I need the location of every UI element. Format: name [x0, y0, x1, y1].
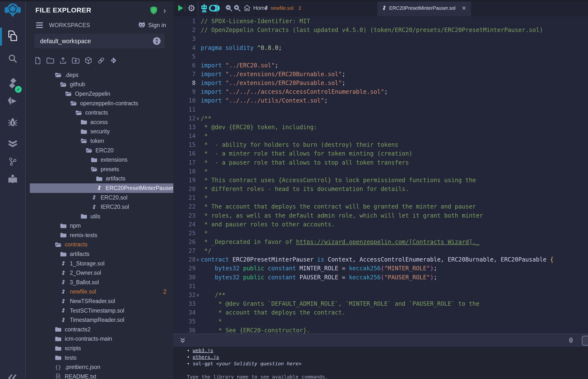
code-line-33[interactable]: 33 * @dev Grants `DEFAULT_ADMIN_ROLE`, `… [173, 300, 588, 308]
tree-item-timestampreader-sol[interactable]: TimestampReader.sol [26, 315, 173, 325]
tree-item-utils[interactable]: utils [26, 212, 173, 221]
close-tab-icon[interactable]: × [462, 6, 466, 11]
tree-item-presets[interactable]: presets [26, 165, 173, 174]
code-line-9[interactable]: 9import "../../../access/AccessControlEn… [173, 87, 588, 96]
code-line-32[interactable]: 32∨ /** [173, 291, 588, 300]
code-line-29[interactable]: 29 bytes32 public constant MINTER_ROLE =… [173, 264, 588, 273]
tree-item-contracts[interactable]: contracts [26, 240, 173, 250]
rail-item-file-explorer[interactable] [0, 30, 25, 44]
tree-item-artifacts[interactable]: artifacts [26, 174, 173, 184]
tree-item-newfile-sol[interactable]: newfile.sol2 [26, 287, 173, 297]
tree-item-icm-contracts-main[interactable]: icm-contracts-main [26, 334, 173, 344]
tree-item-security[interactable]: security [26, 127, 173, 137]
workspaces-menu-icon[interactable] [36, 22, 44, 28]
tree-item-contracts[interactable]: contracts [26, 108, 173, 117]
code-line-20[interactable]: 20 * different roles - head to its docum… [173, 185, 588, 193]
code-line-36[interactable]: 36 * See {ERC20-constructor}. [173, 326, 588, 333]
tree-item-1-storage-sol[interactable]: 1_Storage.sol [26, 259, 173, 268]
tree-item-deps[interactable]: .deps [26, 70, 173, 80]
code-line-22[interactable]: 22 * The account that deploys the contra… [173, 202, 588, 211]
tree-item-contracts2[interactable]: contracts2 [26, 325, 173, 334]
tree-item-erc20[interactable]: ERC20 [26, 146, 173, 155]
tab-erc20-preset-minter-pauser-sol[interactable]: ERC20PresetMinterPauser.sol × [377, 0, 471, 16]
tree-item-scripts[interactable]: scripts [26, 344, 173, 353]
code-line-27[interactable]: 27 */ [173, 246, 588, 255]
code-line-17[interactable]: 17 * - a pauser role that allows to stop… [173, 158, 588, 167]
fold-chevron-icon[interactable]: ∨ [196, 116, 201, 121]
tree-item-erc20presetminterpauser[interactable]: ERC20PresetMinterPauser... [30, 183, 173, 193]
code-line-12[interactable]: 12∨/** [173, 114, 588, 123]
code-line-16[interactable]: 16 * - a minter role that allows for tok… [173, 149, 588, 158]
zoom-out-button[interactable] [225, 0, 232, 16]
tree-item-testsctimestamp-sol[interactable]: TestSCTimestamp.sol [26, 306, 173, 316]
workspace-select[interactable]: default_workspace [34, 34, 165, 48]
tree-item-erc20-sol[interactable]: ERC20.sol [26, 193, 173, 203]
upload-folder-icon[interactable] [72, 57, 80, 64]
rail-item-git[interactable] [0, 155, 25, 169]
tree-item-extensions[interactable]: extensions [26, 155, 173, 165]
collapse-terminal-icon[interactable] [180, 337, 186, 343]
tree-item-3-ballot-sol[interactable]: 3_Ballot.sol [26, 278, 173, 287]
code-line-4[interactable]: 4pragma solidity ^0.8.0; [173, 43, 588, 52]
tree-item-tests[interactable]: tests [26, 353, 173, 363]
remix-logo-icon[interactable] [0, 2, 25, 19]
tree-item-openzeppelin-contracts[interactable]: openzeppelin-contracts [26, 99, 173, 108]
code-line-11[interactable]: 11 [173, 105, 588, 114]
link-external-icon[interactable] [97, 57, 105, 64]
code-line-21[interactable]: 21 * [173, 193, 588, 202]
clone-git-icon[interactable] [110, 57, 117, 64]
code-line-19[interactable]: 19 * This contract uses {AccessControl} … [173, 176, 588, 185]
terminal-link[interactable]: web3.js [193, 347, 213, 353]
fold-chevron-icon[interactable]: ∨ [196, 257, 201, 262]
code-line-13[interactable]: 13 * @dev {ERC20} token, including: [173, 123, 588, 132]
code-line-7[interactable]: 7import "../extensions/ERC20Burnable.sol… [173, 70, 588, 79]
code-line-28[interactable]: 28∨contract ERC20PresetMinterPauser is C… [173, 255, 588, 264]
expand-panel-chevron-icon[interactable]: › [163, 8, 166, 13]
rail-item-solidity-compiler[interactable]: ✓ [0, 77, 25, 91]
script-config-gear-icon[interactable]: ⚙ [187, 0, 195, 16]
code-line-23[interactable]: 23 * roles, as well as the default admin… [173, 211, 588, 220]
code-line-34[interactable]: 34 * account that deploys the contract. [173, 308, 588, 317]
terminal-output[interactable]: •web3.js•ethers.js•sol-gpt <your Solidit… [173, 347, 588, 379]
rail-item-learneth[interactable] [0, 173, 25, 186]
code-line-18[interactable]: 18 * [173, 167, 588, 176]
code-line-15[interactable]: 15 * - ability for holders to burn (dest… [173, 141, 588, 149]
tree-item-newtsreader-sol[interactable]: NewTSReader.sol [26, 297, 173, 306]
code-line-31[interactable]: 31 [173, 282, 588, 291]
tree-item-ierc20-sol[interactable]: IERC20.sol [26, 202, 173, 212]
tree-item-readme-txt[interactable]: README.txt [26, 372, 173, 379]
code-line-1[interactable]: 1// SPDX-License-Identifier: MIT [173, 17, 588, 26]
terminal-listen-checkbox[interactable] [582, 336, 588, 346]
rail-item-solidity-unit-testing[interactable] [0, 137, 25, 150]
tree-item-access[interactable]: access [26, 117, 173, 127]
tree-item-artifacts[interactable]: artifacts [26, 249, 173, 259]
code-line-8[interactable]: 8import "../extensions/ERC20Pausable.sol… [173, 79, 588, 87]
ai-copilot-robot-icon[interactable] [200, 0, 208, 16]
tree-item-prettierrc-json[interactable]: {}.prettierrc.json [26, 363, 173, 372]
tree-item-github[interactable]: github [26, 80, 173, 89]
code-line-5[interactable]: 5 [173, 52, 588, 61]
code-line-10[interactable]: 10import "../../../utils/Context.sol"; [173, 96, 588, 105]
tree-item-remix-tests[interactable]: remix-tests [26, 231, 173, 240]
sign-in-button[interactable]: Sign in [138, 22, 166, 29]
code-line-2[interactable]: 2// OpenZeppelin Contracts (last updated… [173, 26, 588, 34]
rail-item-bottom-more[interactable] [0, 371, 25, 379]
terminal-link[interactable]: ethers.js [193, 354, 219, 360]
rail-item-deploy-and-run[interactable] [0, 94, 25, 108]
upload-file-icon[interactable] [59, 57, 67, 64]
create-box-icon[interactable] [85, 57, 92, 64]
rail-item-search[interactable] [0, 52, 25, 65]
tree-item-npm[interactable]: npm [26, 221, 173, 231]
code-line-14[interactable]: 14 * [173, 132, 588, 141]
new-file-icon[interactable] [34, 57, 41, 64]
tree-item-2-owner-sol[interactable]: 2_Owner.sol [26, 268, 173, 278]
code-line-3[interactable]: 3 [173, 34, 588, 43]
code-line-25[interactable]: 25 * [173, 229, 588, 237]
tab-newfile-sol[interactable]: newfile.sol 2 [264, 0, 301, 16]
rail-item-debugger[interactable] [0, 115, 25, 129]
ai-copilot-toggle[interactable] [209, 0, 220, 16]
run-button[interactable] [178, 0, 184, 16]
tree-item-token[interactable]: token [26, 136, 173, 146]
code-line-24[interactable]: 24 * and pauser roles to other accounts. [173, 220, 588, 229]
new-folder-icon[interactable] [46, 57, 54, 64]
